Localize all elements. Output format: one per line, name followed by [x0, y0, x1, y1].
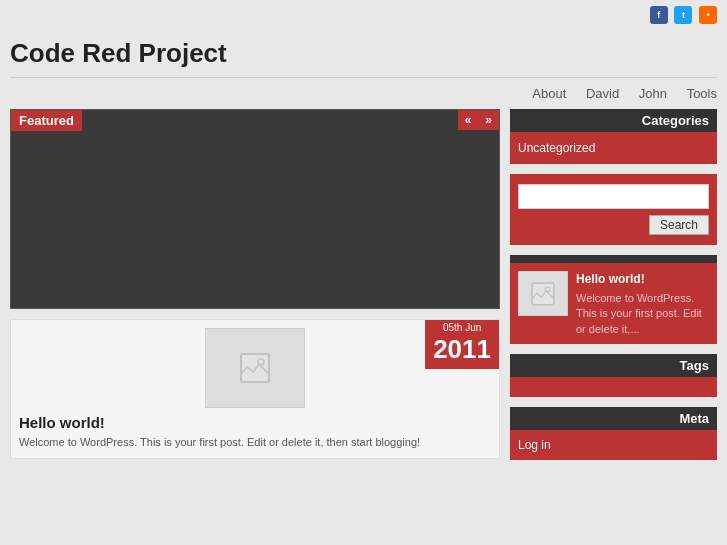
search-btn-row: Search	[518, 215, 709, 235]
meta-body: Log in	[510, 430, 717, 460]
recent-post-title[interactable]: Hello world!	[576, 271, 709, 287]
search-widget: Search	[510, 174, 717, 245]
post-date-badge: 05th Jun 2011	[425, 320, 499, 369]
social-bar: f t •	[0, 0, 727, 28]
tags-widget: Tags	[510, 354, 717, 397]
nav-about[interactable]: About	[532, 86, 566, 101]
categories-header: Categories	[510, 109, 717, 132]
meta-login[interactable]: Log in	[518, 436, 709, 454]
facebook-icon[interactable]: f	[650, 6, 668, 24]
categories-widget: Categories Uncategorized	[510, 109, 717, 164]
recent-posts-header	[510, 255, 717, 263]
meta-header: Meta	[510, 407, 717, 430]
tags-body	[510, 377, 717, 397]
post-title[interactable]: Hello world!	[19, 414, 491, 431]
slider-nav: « »	[458, 110, 499, 130]
recent-posts-widget: Hello world! Welcome to WordPress. This …	[510, 255, 717, 344]
post-excerpt: Welcome to WordPress. This is your first…	[19, 435, 491, 450]
page-wrapper: f t • Code Red Project About David John …	[0, 0, 727, 545]
site-title: Code Red Project	[0, 28, 727, 77]
recent-post-content: Hello world! Welcome to WordPress. This …	[576, 271, 709, 336]
recent-posts-body: Hello world! Welcome to WordPress. This …	[510, 263, 717, 344]
tags-header: Tags	[510, 354, 717, 377]
post-thumbnail	[205, 328, 305, 408]
category-uncategorized[interactable]: Uncategorized	[518, 140, 709, 156]
twitter-icon[interactable]: t	[674, 6, 692, 24]
recent-post-excerpt: Welcome to WordPress. This is your first…	[576, 292, 702, 335]
recent-post-item: Hello world! Welcome to WordPress. This …	[518, 271, 709, 336]
rss-icon[interactable]: •	[699, 6, 717, 24]
top-nav: About David John Tools	[0, 78, 727, 109]
recent-thumbnail	[518, 271, 568, 316]
nav-david[interactable]: David	[586, 86, 619, 101]
post-card: 05th Jun 2011 Hello world! Welcome to Wo…	[10, 319, 500, 459]
meta-widget: Meta Log in	[510, 407, 717, 460]
slider-prev-button[interactable]: «	[458, 110, 479, 130]
categories-body: Uncategorized	[510, 132, 717, 164]
main-content: Featured « » 05th Jun 2011	[0, 109, 727, 480]
search-input[interactable]	[518, 184, 709, 209]
left-column: Featured « » 05th Jun 2011	[10, 109, 500, 470]
featured-slider: Featured « »	[10, 109, 500, 309]
right-column: Categories Uncategorized Search	[510, 109, 717, 470]
featured-label: Featured	[11, 110, 82, 131]
nav-john[interactable]: John	[639, 86, 667, 101]
search-body: Search	[510, 174, 717, 245]
post-date-day: 05th Jun	[433, 322, 491, 334]
post-date-year: 2011	[433, 334, 491, 365]
nav-tools[interactable]: Tools	[687, 86, 717, 101]
slider-next-button[interactable]: »	[478, 110, 499, 130]
search-button[interactable]: Search	[649, 215, 709, 235]
